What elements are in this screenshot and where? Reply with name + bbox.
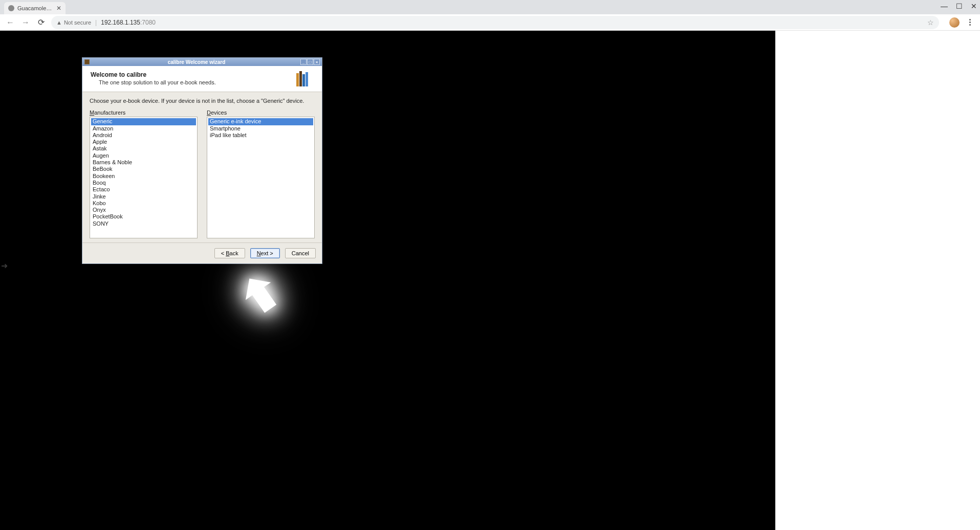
manufacturers-column: Manufacturers GenericAmazonAndroidAppleA…	[90, 109, 198, 238]
manufacturer-item[interactable]: BeBook	[91, 166, 196, 172]
device-item[interactable]: iPad like tablet	[208, 132, 313, 139]
manufacturer-item[interactable]: Barnes & Noble	[91, 159, 196, 166]
url-text: 192.168.1.135:7080	[101, 19, 156, 26]
tab-close-icon[interactable]: ✕	[56, 5, 61, 12]
manufacturers-listbox[interactable]: GenericAmazonAndroidAppleAstakAugenBarne…	[90, 117, 198, 238]
cancel-button[interactable]: Cancel	[285, 248, 316, 258]
bookmark-star-icon[interactable]: ☆	[927, 18, 934, 27]
highlight-cursor-icon	[230, 271, 281, 324]
profile-avatar-icon[interactable]	[949, 17, 960, 28]
wizard-body: Choose your e-book device. If your devic…	[82, 92, 322, 242]
manufacturer-item[interactable]: Bookeen	[91, 173, 196, 180]
manufacturer-item[interactable]: PocketBook	[91, 213, 196, 220]
guacamole-menu-arrow-icon[interactable]: ➜	[1, 261, 8, 271]
window-close-icon[interactable]: ✕	[971, 2, 977, 10]
devices-listbox[interactable]: Generic e-ink deviceSmartphoneiPad like …	[207, 117, 315, 238]
wizard-minimize-icon[interactable]: _	[300, 59, 307, 65]
security-indicator[interactable]: ▲ Not secure	[56, 19, 91, 26]
devices-column: Devices Generic e-ink deviceSmartphoneiP…	[207, 109, 315, 238]
manufacturer-item[interactable]: Ectaco	[91, 186, 196, 193]
manufacturer-item[interactable]: Amazon	[91, 125, 196, 132]
remote-desktop-viewport[interactable]: ➜ calibre Welcome wizard _ □ × Welcome t…	[0, 31, 775, 530]
wizard-window-title: calibre Welcome wizard	[93, 59, 300, 65]
manufacturer-item[interactable]: Android	[91, 132, 196, 139]
manufacturer-item[interactable]: Booq	[91, 180, 196, 186]
devices-label: Devices	[207, 109, 315, 116]
manufacturer-item[interactable]: Kobo	[91, 200, 196, 207]
next-button[interactable]: Next >	[250, 248, 280, 258]
nav-back-icon[interactable]: ←	[5, 17, 15, 28]
browser-menu-icon[interactable]	[965, 19, 975, 26]
nav-reload-icon[interactable]: ⟳	[36, 17, 46, 28]
address-bar[interactable]: ▲ Not secure | 192.168.1.135:7080 ☆	[51, 16, 939, 29]
calibre-books-icon	[296, 71, 315, 86]
manufacturer-item[interactable]: Onyx	[91, 207, 196, 213]
manufacturer-item[interactable]: Apple	[91, 139, 196, 145]
manufacturers-label: Manufacturers	[90, 109, 198, 116]
calibre-app-icon	[84, 59, 90, 64]
window-maximize-icon[interactable]: ☐	[956, 2, 963, 10]
tab-favicon-icon	[8, 5, 14, 11]
wizard-titlebar[interactable]: calibre Welcome wizard _ □ ×	[82, 58, 322, 66]
tab-title: Guacamole Clie	[17, 5, 53, 11]
manufacturer-item[interactable]: Jinke	[91, 193, 196, 200]
back-button[interactable]: < Back	[214, 248, 245, 258]
wizard-window-buttons: _ □ ×	[300, 59, 320, 65]
url-host: 192.168.1.135	[101, 19, 140, 26]
url-port: :7080	[140, 19, 156, 26]
manufacturer-item[interactable]: Augen	[91, 152, 196, 159]
wizard-maximize-icon[interactable]: □	[307, 59, 313, 65]
calibre-welcome-wizard-window: calibre Welcome wizard _ □ × Welcome to …	[82, 57, 322, 264]
security-label: Not secure	[64, 19, 91, 26]
warning-icon: ▲	[56, 19, 62, 26]
browser-toolbar: ← → ⟳ ▲ Not secure | 192.168.1.135:7080 …	[0, 14, 980, 31]
wizard-instruction: Choose your e-book device. If your devic…	[90, 97, 315, 104]
tab-strip: Guacamole Clie ✕ — ☐ ✕	[0, 0, 980, 14]
wizard-subheading: The one stop solution to all your e-book…	[91, 79, 296, 85]
browser-tab[interactable]: Guacamole Clie ✕	[4, 2, 66, 14]
omnibox-divider: |	[95, 19, 97, 26]
wizard-footer: < Back Next > Cancel	[82, 242, 322, 263]
wizard-header: Welcome to calibre The one stop solution…	[82, 66, 322, 92]
svg-marker-0	[237, 271, 281, 318]
device-item[interactable]: Smartphone	[208, 125, 313, 132]
browser-chrome: Guacamole Clie ✕ — ☐ ✕ ← → ⟳ ▲ Not secur…	[0, 0, 980, 530]
window-controls: — ☐ ✕	[941, 2, 977, 10]
manufacturer-item[interactable]: Astak	[91, 145, 196, 152]
manufacturer-item[interactable]: Generic	[91, 118, 196, 125]
manufacturer-item[interactable]: SONY	[91, 220, 196, 227]
nav-forward-icon[interactable]: →	[20, 17, 31, 28]
wizard-close-icon[interactable]: ×	[314, 59, 320, 65]
wizard-heading: Welcome to calibre	[91, 71, 296, 78]
device-item[interactable]: Generic e-ink device	[208, 118, 313, 125]
window-minimize-icon[interactable]: —	[941, 2, 948, 10]
